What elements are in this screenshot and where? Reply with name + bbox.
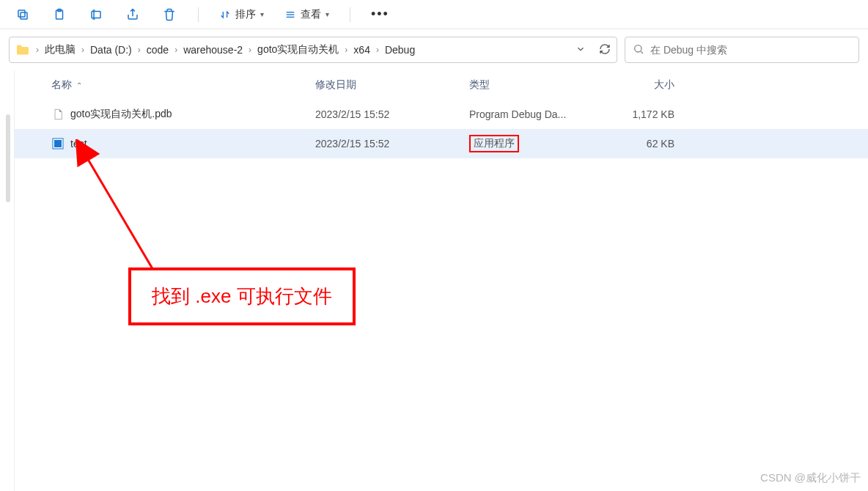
breadcrumb-item[interactable]: Data (D:) bbox=[90, 44, 132, 56]
breadcrumb-sep: › bbox=[373, 45, 382, 55]
file-row[interactable]: goto实现自动关机.pdb 2023/2/15 15:52 Program D… bbox=[15, 100, 868, 129]
file-type: 应用程序 bbox=[469, 135, 601, 152]
breadcrumb-item[interactable]: goto实现自动关机 bbox=[257, 43, 339, 56]
copy-icon[interactable] bbox=[15, 7, 31, 23]
svg-rect-0 bbox=[21, 12, 27, 19]
column-size[interactable]: 大小 bbox=[601, 78, 689, 92]
column-date[interactable]: 修改日期 bbox=[315, 78, 469, 92]
breadcrumb[interactable]: › 此电脑 › Data (D:) › code › warehouse-2 ›… bbox=[9, 37, 617, 63]
toolbar: 排序 ▾ 查看 ▾ ••• bbox=[0, 0, 868, 29]
breadcrumb-item[interactable]: warehouse-2 bbox=[183, 44, 243, 56]
delete-icon[interactable] bbox=[161, 7, 177, 23]
column-headers: 名称 ⌃ 修改日期 类型 大小 bbox=[15, 70, 868, 100]
chevron-down-icon: ▾ bbox=[260, 10, 264, 18]
svg-rect-1 bbox=[18, 10, 25, 17]
breadcrumb-sep: › bbox=[342, 45, 350, 55]
scrollbar-thumb[interactable] bbox=[6, 114, 10, 202]
rename-icon[interactable] bbox=[88, 7, 104, 23]
column-name[interactable]: 名称 ⌃ bbox=[51, 78, 315, 92]
column-type[interactable]: 类型 bbox=[469, 78, 601, 92]
annotation-highlight: 应用程序 bbox=[469, 135, 519, 152]
file-type: Program Debug Da... bbox=[469, 108, 601, 120]
breadcrumb-sep: › bbox=[172, 45, 180, 55]
file-name: goto实现自动关机.pdb bbox=[70, 108, 172, 121]
file-row[interactable]: test 2023/2/15 15:52 应用程序 62 KB bbox=[15, 129, 868, 158]
file-name: test bbox=[70, 138, 87, 149]
breadcrumb-item[interactable]: code bbox=[147, 44, 169, 56]
sort-menu[interactable]: 排序 ▾ bbox=[219, 8, 264, 21]
svg-point-8 bbox=[635, 45, 641, 51]
chevron-down-icon: ▾ bbox=[326, 10, 329, 18]
search-bar[interactable] bbox=[625, 37, 859, 63]
breadcrumb-item[interactable]: 此电脑 bbox=[45, 43, 76, 56]
sort-indicator-icon: ⌃ bbox=[76, 81, 82, 89]
file-date: 2023/2/15 15:52 bbox=[315, 138, 469, 149]
share-icon[interactable] bbox=[125, 7, 141, 23]
breadcrumb-item[interactable]: Debug bbox=[385, 44, 415, 56]
paste-icon[interactable] bbox=[51, 7, 67, 23]
nav-row: › 此电脑 › Data (D:) › code › warehouse-2 ›… bbox=[0, 29, 868, 70]
breadcrumb-sep: › bbox=[33, 45, 42, 55]
watermark: CSDN @威化小饼干 bbox=[760, 471, 861, 485]
view-label: 查看 bbox=[301, 8, 321, 21]
svg-rect-11 bbox=[54, 140, 62, 147]
sort-label: 排序 bbox=[235, 8, 256, 21]
toolbar-separator bbox=[198, 7, 199, 22]
breadcrumb-sep: › bbox=[78, 45, 87, 55]
search-icon bbox=[633, 43, 644, 57]
search-input[interactable] bbox=[650, 44, 851, 56]
view-menu[interactable]: 查看 ▾ bbox=[284, 8, 329, 21]
more-button[interactable]: ••• bbox=[371, 7, 389, 22]
exe-file-icon bbox=[51, 137, 65, 150]
refresh-icon[interactable] bbox=[599, 43, 611, 57]
svg-rect-4 bbox=[92, 11, 100, 18]
svg-line-9 bbox=[641, 51, 643, 53]
sidebar-strip bbox=[0, 70, 15, 491]
pdb-file-icon bbox=[51, 108, 65, 121]
file-size: 1,172 KB bbox=[601, 108, 689, 120]
breadcrumb-sep: › bbox=[246, 45, 254, 55]
annotation-text: 找到 .exe 可执行文件 bbox=[152, 285, 332, 307]
breadcrumb-sep: › bbox=[135, 45, 144, 55]
chevron-down-icon[interactable] bbox=[575, 44, 586, 56]
breadcrumb-item[interactable]: x64 bbox=[353, 44, 370, 56]
folder-icon bbox=[15, 44, 30, 56]
file-size: 62 KB bbox=[601, 138, 689, 149]
file-date: 2023/2/15 15:52 bbox=[315, 108, 469, 120]
annotation-callout: 找到 .exe 可执行文件 bbox=[128, 267, 356, 325]
toolbar-separator bbox=[350, 7, 350, 22]
